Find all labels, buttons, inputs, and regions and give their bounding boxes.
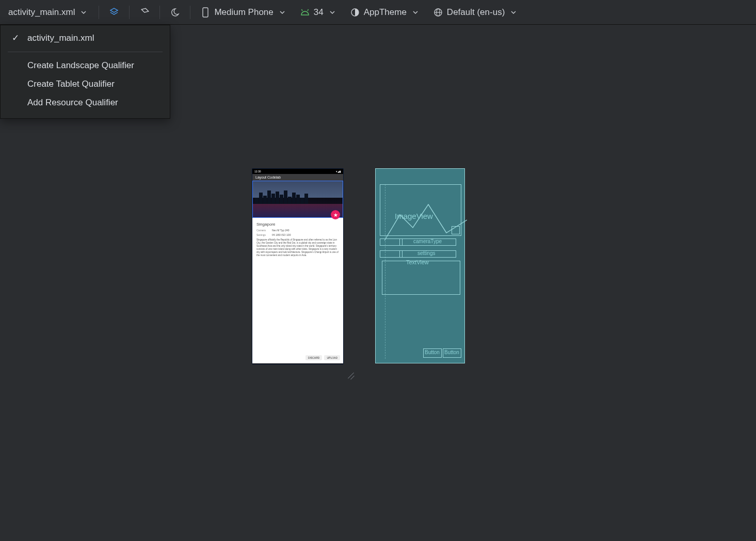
separator — [159, 6, 160, 19]
design-surface-toggle[interactable] — [104, 4, 124, 21]
bp-textview[interactable]: TextView — [382, 261, 460, 295]
camera-value: Nex M Typ 240 — [272, 229, 289, 232]
menu-item-tablet[interactable]: Create Tablet Qualifier — [1, 75, 170, 93]
device-selector[interactable]: Medium Phone — [196, 4, 292, 21]
globe-icon — [432, 7, 444, 18]
android-icon — [299, 7, 311, 18]
star-icon: ★ — [333, 212, 338, 218]
bp-settings[interactable]: settings — [399, 250, 456, 258]
bp-button-2-label: Button — [444, 349, 459, 355]
chevron-down-icon — [410, 7, 421, 18]
app-title: Layout Codelab — [255, 176, 281, 179]
settings-row: Settings f/4 1/80 ISO 100 — [256, 233, 339, 236]
status-icons: ▾◢▮ — [336, 170, 341, 173]
theme-label: AppTheme — [364, 7, 407, 18]
menu-item-resource[interactable]: Add Resource Qualifier — [1, 93, 170, 112]
upload-button[interactable]: UPLOAD — [324, 355, 340, 360]
settings-value: f/4 1/80 ISO 100 — [272, 233, 291, 236]
device-icon — [200, 7, 211, 18]
svg-line-2 — [308, 9, 309, 11]
menu-label: Create Landscape Qualifier — [27, 60, 134, 71]
separator — [129, 6, 130, 19]
button-row: DISCARD UPLOAD — [305, 355, 340, 360]
svg-rect-0 — [203, 8, 208, 17]
bp-imageview[interactable]: ImageView — [380, 184, 461, 236]
orientation-toggle[interactable] — [135, 4, 154, 21]
menu-current-label: activity_main.xml — [27, 33, 94, 43]
blueprint-preview[interactable]: ImageView cameraType settings TextView B… — [375, 168, 465, 363]
night-mode-toggle[interactable] — [165, 4, 185, 21]
status-bar: 12:30 ▾◢▮ — [252, 169, 343, 174]
bp-settings-label: settings — [417, 250, 435, 256]
locale-label: Default (en-us) — [447, 7, 505, 18]
editor-toolbar: activity_main.xml Medium Phone — [0, 0, 756, 25]
menu-divider — [8, 52, 163, 52]
chevron-down-icon — [327, 7, 338, 18]
status-time: 12:30 — [254, 170, 261, 173]
camera-label: Camera — [256, 229, 269, 232]
app-bar: Layout Codelab — [252, 174, 343, 181]
bp-imageview-label: ImageView — [395, 212, 433, 220]
check-icon: ✓ — [12, 33, 21, 43]
description: Singapore officially the Republic of Sin… — [256, 238, 339, 257]
theme-selector[interactable]: AppTheme — [345, 4, 425, 21]
fab-star[interactable]: ★ — [331, 210, 340, 219]
locale-selector[interactable]: Default (en-us) — [428, 4, 523, 21]
svg-line-1 — [301, 9, 302, 11]
bp-camera-type[interactable]: cameraType — [399, 238, 456, 246]
moon-icon — [169, 7, 181, 18]
bp-button-1[interactable]: Button — [423, 348, 442, 358]
design-preview[interactable]: 12:30 ▾◢▮ Layout Codelab ★ Singapore Cam… — [252, 168, 344, 364]
separator — [99, 6, 99, 19]
discard-button[interactable]: DISCARD — [305, 355, 323, 360]
menu-item-current[interactable]: ✓ activity_main.xml — [1, 28, 170, 47]
camera-row: Camera Nex M Typ 240 — [256, 229, 339, 232]
contrast-icon — [349, 7, 361, 18]
chevron-down-icon — [277, 7, 288, 18]
heading: Singapore — [256, 222, 339, 227]
bp-camera-type-label: cameraType — [413, 238, 442, 244]
api-selector[interactable]: 34 — [295, 4, 342, 21]
bp-button-2[interactable]: Button — [443, 348, 461, 358]
bp-button-1-label: Button — [425, 349, 440, 355]
bp-fab[interactable] — [452, 226, 460, 234]
menu-label: Create Tablet Qualifier — [27, 79, 115, 89]
chevron-down-icon — [78, 7, 89, 18]
api-level: 34 — [314, 7, 324, 18]
file-label: activity_main.xml — [8, 7, 75, 18]
content-panel: Singapore Camera Nex M Typ 240 Settings … — [252, 218, 343, 363]
device-label: Medium Phone — [214, 7, 273, 18]
menu-label: Add Resource Qualifier — [27, 98, 118, 108]
file-dropdown[interactable]: activity_main.xml — [4, 4, 93, 21]
separator — [190, 6, 190, 19]
layout-variant-menu: ✓ activity_main.xml Create Landscape Qua… — [0, 25, 170, 119]
stack-icon — [108, 7, 120, 18]
hero-image — [252, 181, 343, 218]
bp-textview-label: TextView — [406, 259, 429, 265]
resize-handle[interactable] — [345, 368, 357, 380]
rotate-icon — [139, 7, 150, 18]
chevron-down-icon — [508, 7, 519, 18]
menu-item-landscape[interactable]: Create Landscape Qualifier — [1, 56, 170, 75]
settings-label: Settings — [256, 233, 269, 236]
